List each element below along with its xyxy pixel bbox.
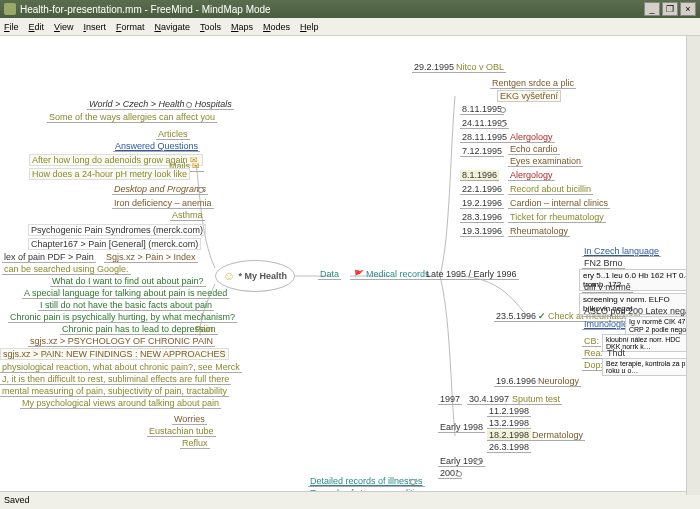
date-node[interactable]: 19.2.1996 xyxy=(460,198,504,209)
mail-icon xyxy=(190,161,202,171)
topic-node[interactable]: EKG vyšetření xyxy=(497,90,561,102)
fold-dot[interactable] xyxy=(475,459,481,465)
node[interactable]: can be searched using Google. xyxy=(2,264,131,275)
label-node[interactable]: CB: xyxy=(582,336,601,347)
date-node[interactable]: 19.3.1996 xyxy=(460,226,504,237)
menu-navigate[interactable]: Navigate xyxy=(154,22,190,32)
node[interactable]: What do I want to find out about pain? xyxy=(50,276,206,287)
fold-dot[interactable] xyxy=(186,102,192,108)
text-node[interactable]: diff v normě xyxy=(582,282,633,293)
fold-dot[interactable] xyxy=(456,471,462,477)
date-node[interactable]: 13.2.1998 xyxy=(487,418,531,429)
topic-node[interactable]: Eyes examination xyxy=(508,156,583,167)
menu-help[interactable]: Help xyxy=(300,22,319,32)
date-node[interactable]: 30.4.1997 xyxy=(467,394,511,405)
menu-format[interactable]: Format xyxy=(116,22,145,32)
date-node[interactable]: 23.5.1996 xyxy=(494,311,538,322)
node[interactable]: I still do not have the basic facts abou… xyxy=(38,300,214,311)
date-node[interactable]: 19.6.1996 xyxy=(494,376,538,387)
node[interactable]: A special language for talking about pai… xyxy=(22,288,229,299)
breadcrumb-node[interactable]: World > Czech > Health > Hospitals xyxy=(87,99,234,110)
topic-node[interactable]: Dermatology xyxy=(530,430,585,441)
node[interactable]: Eustachian tube xyxy=(147,426,216,437)
topic-node[interactable]: Cardion – internal clinics xyxy=(508,198,610,209)
date-node[interactable]: 28.11.1995 xyxy=(460,132,509,143)
app-icon xyxy=(4,3,16,15)
date-node[interactable]: 8.1.1996 xyxy=(460,170,499,181)
fold-dot[interactable] xyxy=(500,121,506,127)
menu-file[interactable]: File xyxy=(4,22,19,32)
node-late-1995[interactable]: Late 1995 / Early 1996 xyxy=(424,269,519,280)
node[interactable]: J, it is then difficult to rest, sublimi… xyxy=(0,374,231,385)
menu-tools[interactable]: Tools xyxy=(200,22,221,32)
boxed-node[interactable]: sgjs.xz > PAIN: NEW FINDINGS : NEW APPRO… xyxy=(0,348,229,360)
node[interactable]: physiological reaction, what about chron… xyxy=(0,362,242,373)
boxed-node[interactable]: Chapter167 > Pain [General] (merck.com) xyxy=(28,238,201,250)
date-node[interactable]: 29.2.1995 xyxy=(412,62,456,73)
date-node[interactable]: 11.2.1998 xyxy=(487,406,531,417)
node[interactable]: Iron deficiency – anemia xyxy=(112,198,214,209)
menu-edit[interactable]: Edit xyxy=(29,22,45,32)
node[interactable]: Chronic pain is psychically hurting, by … xyxy=(8,312,237,323)
date-node[interactable]: 18.2.1998 xyxy=(487,430,531,441)
date-node[interactable]: 28.3.1996 xyxy=(460,212,504,223)
node[interactable]: lex of pain PDF > Pain xyxy=(2,252,96,263)
menu-maps[interactable]: Maps xyxy=(231,22,253,32)
maximize-button[interactable]: ❐ xyxy=(662,2,678,16)
node[interactable]: Some of the ways allergies can affect yo… xyxy=(47,112,217,123)
boxed-node[interactable]: How does a 24-hour pH metry look like xyxy=(29,168,190,180)
node[interactable]: mental measuring of pain, subjectivity o… xyxy=(0,386,229,397)
date-node[interactable]: 26.3.1998 xyxy=(487,442,531,453)
text-node[interactable]: FN2 Brno xyxy=(582,258,625,269)
topic-node[interactable]: Echo cardio xyxy=(508,144,560,155)
window-title: Health-for-presentation.mm - FreeMind - … xyxy=(20,4,271,15)
status-bar: Saved xyxy=(0,491,700,507)
date-node[interactable]: 7.12.1995 xyxy=(460,146,504,157)
minimize-button[interactable]: _ xyxy=(644,2,660,16)
mindmap-canvas[interactable]: * My Health Data Medical records Late 19… xyxy=(0,36,700,491)
node[interactable]: Reflux xyxy=(180,438,210,449)
menu-insert[interactable]: Insert xyxy=(83,22,106,32)
year-node[interactable]: Early 1998 xyxy=(438,422,485,433)
topic-node[interactable]: Nitco v OBL xyxy=(454,62,506,73)
fold-dot[interactable] xyxy=(198,187,204,193)
link-node[interactable]: Imunologie xyxy=(582,319,630,330)
node-medical-records[interactable]: Medical records xyxy=(350,269,432,280)
menu-view[interactable]: View xyxy=(54,22,73,32)
year-node[interactable]: 1997 xyxy=(438,394,462,405)
topic-node[interactable]: Rheumatology xyxy=(508,226,570,237)
node[interactable]: Desktop and Programs xyxy=(112,184,208,195)
link-node[interactable]: Answered Questions xyxy=(113,141,200,152)
node[interactable]: Records of strange conditions xyxy=(308,488,431,491)
menu-modes[interactable]: Modes xyxy=(263,22,290,32)
topic-node[interactable]: Sputum test xyxy=(510,394,562,405)
node[interactable]: My psychological views around talking ab… xyxy=(20,398,221,409)
node-pain[interactable]: Pain xyxy=(193,324,215,335)
boxed-node[interactable]: Psychogenic Pain Syndromes (merck.com) xyxy=(28,224,206,236)
node-data[interactable]: Data xyxy=(318,269,341,280)
node[interactable]: Asthma xyxy=(170,210,205,221)
check-icon xyxy=(538,311,548,321)
scrollbar-vertical[interactable] xyxy=(686,36,700,495)
node[interactable]: sgjs.xz > PSYCHOLOGY OF CHRONIC PAIN xyxy=(28,336,215,347)
menu-bar: File Edit View Insert Format Navigate To… xyxy=(0,18,700,36)
fold-dot[interactable] xyxy=(410,479,416,485)
flag-icon xyxy=(352,269,366,279)
date-node[interactable]: 22.1.1996 xyxy=(460,184,504,195)
date-node[interactable]: 8.11.1995 xyxy=(460,104,504,115)
node[interactable]: Sgjs.xz > Pain > Index xyxy=(104,252,198,263)
topic-node[interactable]: Ticket for rheumatology xyxy=(508,212,606,223)
topic-node[interactable]: Alergology xyxy=(508,132,555,143)
link-node[interactable]: Detailed records of illnesses xyxy=(308,476,425,487)
topic-node[interactable]: Record about bicillin xyxy=(508,184,593,195)
close-button[interactable]: × xyxy=(680,2,696,16)
link-node[interactable]: In Czech language xyxy=(582,246,661,257)
root-label: * My Health xyxy=(238,271,287,281)
status-text: Saved xyxy=(4,495,30,505)
topic-node[interactable]: Rentgen srdce a plic xyxy=(490,78,576,89)
node[interactable]: Worries xyxy=(172,414,207,425)
fold-dot[interactable] xyxy=(500,107,506,113)
topic-node[interactable]: Neurology xyxy=(536,376,581,387)
node[interactable]: Articles xyxy=(156,129,190,140)
topic-node[interactable]: Alergology xyxy=(508,170,555,181)
